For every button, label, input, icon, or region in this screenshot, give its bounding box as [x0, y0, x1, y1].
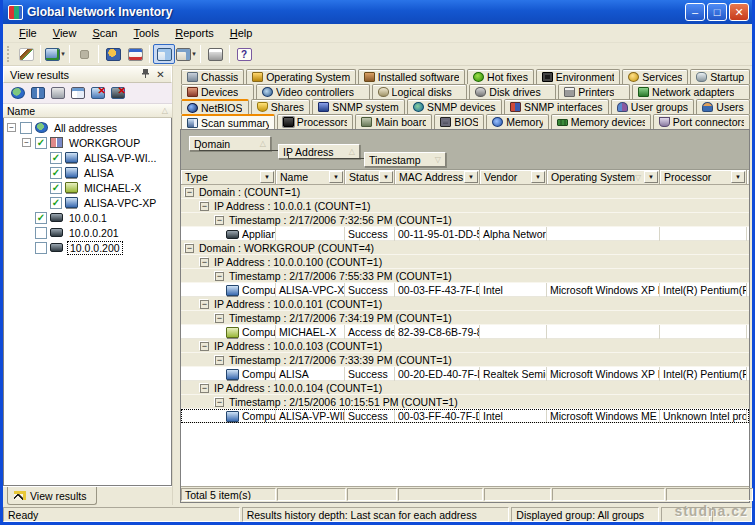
checkbox[interactable]: ✓ [35, 212, 47, 224]
filter-dropdown-icon[interactable]: ▼ [379, 171, 393, 183]
tab-disk-drives[interactable]: Disk drives [469, 84, 556, 99]
maximize-button[interactable]: □ [707, 3, 727, 21]
tree-item-label[interactable]: ALISA-VP-WI... [82, 152, 158, 164]
collapse-icon[interactable]: − [215, 356, 224, 365]
tree-item-label[interactable]: 10.0.0.200 [67, 241, 123, 255]
menu-view[interactable]: View [45, 25, 85, 41]
tree-item-alisa[interactable]: ✓ALISA [4, 165, 171, 180]
tree-item-label[interactable]: 10.0.0.1 [67, 212, 109, 224]
group-row[interactable]: −Timestamp : 2/17/2006 7:33:39 PM (COUNT… [181, 353, 749, 367]
collapse-icon[interactable]: − [200, 258, 209, 267]
tab-devices[interactable]: Devices [181, 84, 254, 99]
filter-dropdown-icon[interactable]: ▼ [329, 171, 343, 183]
tab-view-results[interactable]: View results [7, 487, 97, 505]
tab-snmp-system[interactable]: SNMP system [312, 99, 405, 114]
collapse-icon[interactable]: − [200, 384, 209, 393]
group-by-timestamp[interactable]: Timestamp▽ [364, 152, 446, 167]
tree-item-workgroup[interactable]: −✓WORKGROUP [4, 135, 171, 150]
tree-item-alisa-vpc-xp[interactable]: ✓ALISA-VPC-XP [4, 195, 171, 210]
table-row[interactable]: ApplianceSuccess00-11-95-01-DD-54Alpha N… [181, 227, 749, 241]
table-row[interactable]: ComputerMICHAEL-XAccess denied82-39-C8-6… [181, 325, 749, 339]
network-computers-icon[interactable] [31, 87, 45, 99]
group-row[interactable]: −Timestamp : 2/17/2006 7:55:33 PM (COUNT… [181, 269, 749, 283]
tab-video-controllers[interactable]: Video controllers [256, 84, 370, 99]
dropdown-caret-icon[interactable]: ▾ [192, 50, 196, 58]
tab-users[interactable]: Users [696, 99, 750, 114]
column-header-mac-address[interactable]: MAC Address▼ [395, 170, 480, 184]
delete-computer-icon[interactable] [91, 87, 105, 99]
tree-item-michael-x[interactable]: ✓MICHAEL-X [4, 180, 171, 195]
column-header-name[interactable]: Name▼ [276, 170, 345, 184]
tab-logical-disks[interactable]: Logical disks [372, 84, 468, 99]
filter-dropdown-icon[interactable]: ▼ [644, 171, 658, 183]
toolbar-grip[interactable] [7, 46, 11, 62]
report-button[interactable] [124, 44, 146, 64]
column-header-processor[interactable]: Processor▼ [660, 170, 747, 184]
tree-item-label[interactable]: MICHAEL-X [82, 182, 143, 194]
tab-shares[interactable]: Shares [251, 99, 311, 114]
tab-chassis[interactable]: Chassis [181, 69, 244, 84]
snapshot-icon[interactable] [51, 87, 65, 99]
checkbox[interactable]: ✓ [50, 167, 62, 179]
columns-icon[interactable] [71, 87, 85, 99]
globe-icon[interactable] [11, 87, 25, 99]
checkbox[interactable] [20, 122, 32, 134]
tab-printers[interactable]: Printers [558, 84, 630, 99]
tab-memory-devices[interactable]: Memory devices [551, 114, 651, 129]
tab-bios[interactable]: BIOS [434, 114, 484, 129]
panel-close-icon[interactable]: ✕ [153, 68, 168, 82]
stop-button[interactable] [73, 44, 95, 64]
checkbox[interactable] [35, 227, 47, 239]
menu-help[interactable]: Help [222, 25, 261, 41]
minimize-button[interactable]: – [685, 3, 705, 21]
tree-item-label[interactable]: 10.0.0.201 [67, 227, 121, 239]
menu-tools[interactable]: Tools [126, 25, 168, 41]
group-row[interactable]: −IP Address : 10.0.0.1 (COUNT=1) [181, 199, 749, 213]
close-button[interactable]: ✕ [729, 3, 749, 21]
tab-installed-software[interactable]: Installed software [358, 69, 465, 84]
tab-netbios[interactable]: NetBIOS [181, 99, 249, 114]
tab-hot-fixes[interactable]: Hot fixes [467, 69, 534, 84]
collapse-icon[interactable]: − [215, 216, 224, 225]
tab-user-groups[interactable]: User groups [611, 99, 695, 114]
column-header-vendor[interactable]: Vendor▼ [480, 170, 547, 184]
menu-scan[interactable]: Scan [84, 25, 125, 41]
collapse-icon[interactable]: − [215, 314, 224, 323]
views-button[interactable]: ▾ [175, 44, 197, 64]
view-results-button[interactable] [153, 44, 175, 64]
tree-column-header[interactable]: Name △ [3, 104, 172, 118]
group-row[interactable]: −IP Address : 10.0.0.104 (COUNT=1) [181, 381, 749, 395]
column-header-operating-system[interactable]: Operating System ▽▼ [547, 170, 660, 184]
tab-startup[interactable]: Startup [690, 69, 750, 84]
column-header-type[interactable]: Type▼ [181, 170, 276, 184]
table-row[interactable]: ComputerALISA-VP-WIN98Success00-03-FF-40… [181, 409, 749, 423]
print-button[interactable] [204, 44, 226, 64]
wizard-button[interactable] [15, 44, 37, 64]
tree-item-10-0-0-201[interactable]: 10.0.0.201 [4, 225, 171, 240]
help-button[interactable]: ? [233, 44, 255, 64]
checkbox[interactable]: ✓ [35, 137, 47, 149]
group-row[interactable]: −Timestamp : 2/17/2006 7:34:19 PM (COUNT… [181, 311, 749, 325]
column-header-status[interactable]: Status▼ [345, 170, 395, 184]
tab-operating-system[interactable]: Operating System [246, 69, 356, 84]
table-row[interactable]: ComputerALISA-VPC-XPSuccess00-03-FF-43-7… [181, 283, 749, 297]
collapse-icon[interactable]: − [200, 202, 209, 211]
tree-item-label[interactable]: All addresses [52, 122, 119, 134]
collapse-icon[interactable]: − [215, 272, 224, 281]
menu-reports[interactable]: Reports [167, 25, 222, 41]
checkbox[interactable]: ✓ [50, 197, 62, 209]
checkbox[interactable]: ✓ [50, 152, 62, 164]
delete-address-icon[interactable] [111, 87, 125, 99]
tree-item-all-addresses[interactable]: −All addresses [4, 120, 171, 135]
pin-icon[interactable] [138, 68, 153, 82]
collapse-icon[interactable]: − [215, 398, 224, 407]
filter-dropdown-icon[interactable]: ▼ [260, 171, 274, 183]
tab-network-adapters[interactable]: Network adapters [632, 84, 750, 99]
collapse-icon[interactable]: − [200, 300, 209, 309]
collapse-icon[interactable]: − [200, 342, 209, 351]
checkbox[interactable] [35, 242, 47, 254]
tab-services[interactable]: Services [622, 69, 688, 84]
tab-main-board[interactable]: Main board [355, 114, 432, 129]
tree-item-label[interactable]: WORKGROUP [67, 137, 142, 149]
dropdown-caret-icon[interactable]: ▾ [61, 50, 65, 58]
